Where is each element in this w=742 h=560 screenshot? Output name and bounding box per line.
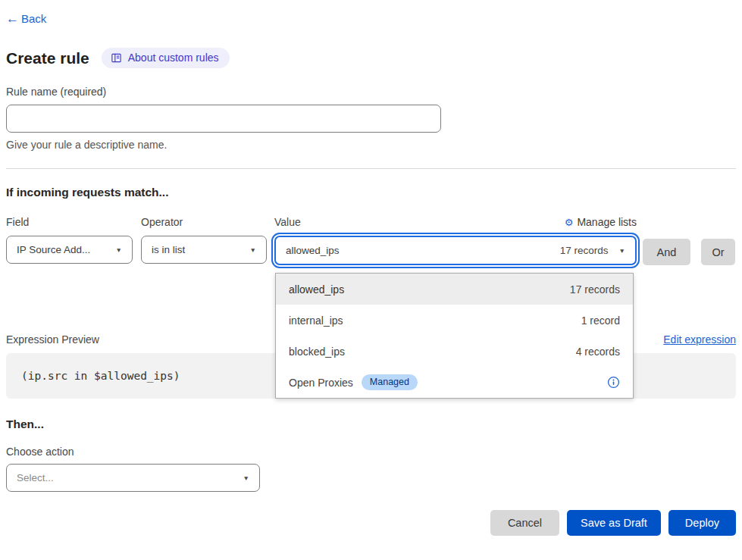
manage-lists-label: Manage lists — [577, 216, 637, 228]
page-title: Create rule — [6, 49, 89, 67]
action-select-placeholder: Select... — [17, 472, 54, 483]
field-select-value: IP Source Add... — [17, 244, 90, 255]
action-select[interactable]: Select... ▼ — [6, 464, 260, 492]
list-item-name: Open Proxies — [289, 377, 353, 389]
rule-name-label: Rule name (required) — [6, 86, 736, 98]
then-section-heading: Then... — [6, 418, 736, 431]
and-button[interactable]: And — [643, 239, 690, 265]
rule-name-input[interactable] — [6, 105, 441, 133]
field-label: Field — [6, 216, 29, 228]
edit-expression-link[interactable]: Edit expression — [663, 333, 736, 346]
cancel-button[interactable]: Cancel — [490, 510, 559, 536]
chevron-down-icon: ▼ — [116, 246, 122, 254]
value-label: Value — [274, 216, 301, 228]
list-item-records: 17 records — [570, 283, 620, 296]
operator-select-value: is in list — [152, 244, 185, 255]
managed-badge: Managed — [362, 374, 418, 390]
about-custom-rules-link[interactable]: About custom rules — [102, 48, 230, 68]
chevron-down-icon: ▼ — [243, 474, 249, 482]
or-button[interactable]: Or — [701, 239, 735, 265]
manage-lists-link[interactable]: ⚙ Manage lists — [565, 216, 637, 228]
rule-name-helper: Give your rule a descriptive name. — [6, 139, 736, 151]
save-as-draft-button[interactable]: Save as Draft — [567, 510, 661, 536]
back-link[interactable]: ← Back — [6, 12, 46, 25]
about-badge-label: About custom rules — [128, 52, 219, 64]
list-item-open-proxies[interactable]: Open Proxies Managed — [276, 367, 633, 398]
list-item-name: blocked_ips — [289, 346, 345, 358]
condition-row: Field IP Source Add... ▼ Operator is in … — [6, 214, 736, 265]
value-dropdown-menu: allowed_ips 17 records internal_ips 1 re… — [275, 273, 634, 399]
list-item-allowed-ips[interactable]: allowed_ips 17 records — [276, 274, 633, 305]
value-select-name: allowed_ips — [286, 245, 340, 256]
chevron-down-icon: ▼ — [250, 246, 256, 254]
create-rule-page: ← Back Create rule About custom rules Ru… — [0, 0, 742, 536]
value-column: Value ⚙ Manage lists allowed_ips 17 reco… — [274, 214, 637, 265]
match-section-heading: If incoming requests match... — [6, 186, 736, 199]
list-item-records: 1 record — [581, 314, 620, 327]
footer-actions: Cancel Save as Draft Deploy — [6, 510, 736, 536]
book-icon — [111, 52, 122, 64]
section-divider — [6, 168, 736, 169]
field-column: Field IP Source Add... ▼ — [6, 214, 133, 264]
info-icon[interactable] — [607, 376, 620, 389]
operator-column: Operator is in list ▼ — [141, 214, 267, 264]
operator-label: Operator — [141, 216, 183, 228]
operator-select[interactable]: is in list ▼ — [141, 236, 267, 264]
list-item-name: allowed_ips — [289, 283, 344, 296]
list-item-blocked-ips[interactable]: blocked_ips 4 records — [276, 336, 633, 367]
list-item-records: 4 records — [576, 346, 620, 358]
chevron-down-icon: ▼ — [619, 247, 625, 255]
choose-action-label: Choose action — [6, 446, 736, 458]
list-item-internal-ips[interactable]: internal_ips 1 record — [276, 305, 633, 336]
back-label: Back — [21, 12, 46, 25]
field-select[interactable]: IP Source Add... ▼ — [6, 236, 133, 264]
expression-code: (ip.src in $allowed_ips) — [21, 370, 180, 382]
gear-icon: ⚙ — [565, 217, 574, 228]
title-row: Create rule About custom rules — [6, 48, 736, 68]
value-select[interactable]: allowed_ips 17 records ▼ — [274, 236, 637, 265]
list-item-name: internal_ips — [289, 314, 343, 327]
expression-preview-label: Expression Preview — [6, 333, 99, 346]
deploy-button[interactable]: Deploy — [668, 510, 736, 536]
back-arrow-icon: ← — [6, 12, 19, 25]
value-select-records: 17 records — [560, 245, 609, 256]
andor-buttons: And Or — [637, 239, 735, 265]
